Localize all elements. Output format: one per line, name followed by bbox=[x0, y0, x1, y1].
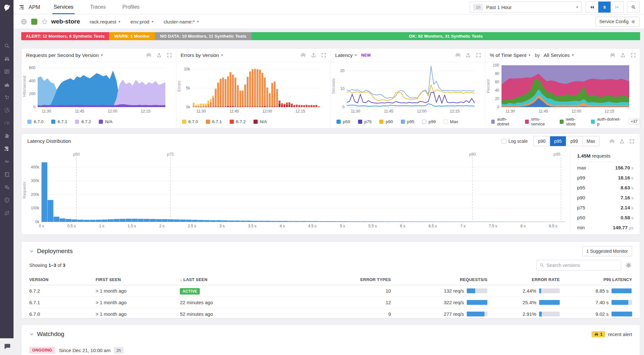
create-monitor-icon[interactable] bbox=[609, 139, 615, 144]
percentile-button-p90[interactable]: p90 bbox=[534, 136, 550, 146]
legend-item[interactable]: 6.7.1 bbox=[51, 119, 67, 124]
expand-icon[interactable] bbox=[629, 139, 635, 144]
expand-icon[interactable] bbox=[321, 52, 327, 58]
sidebar-item-notebooks[interactable] bbox=[0, 168, 14, 181]
time-forward-button[interactable] bbox=[611, 2, 623, 13]
sidebar-item-search[interactable] bbox=[0, 39, 14, 52]
percentile-button-p99[interactable]: p99 bbox=[566, 136, 582, 146]
legend-item[interactable]: 6.7.2 bbox=[230, 119, 246, 124]
legend-item[interactable]: p50 bbox=[336, 119, 350, 124]
time-backward-button[interactable] bbox=[586, 2, 598, 13]
sidebar-item-events[interactable] bbox=[0, 65, 14, 78]
create-monitor-icon[interactable] bbox=[455, 52, 461, 58]
column-header[interactable]: ERROR RATE bbox=[487, 274, 560, 285]
deployment-row[interactable]: 6.7.1> 1 month ago22 minutes ago12322 re… bbox=[29, 297, 632, 308]
table-settings-gear-icon[interactable] bbox=[625, 262, 632, 269]
column-header[interactable]: VERSION bbox=[29, 274, 96, 285]
legend-item[interactable]: 6.7.1 bbox=[206, 119, 222, 124]
deployment-row[interactable]: 6.7.0> 1 month ago52 minutes ago9277 req… bbox=[29, 308, 632, 320]
deployment-row[interactable]: 6.7.2> 1 month agoACTIVE10132 req/s2.44%… bbox=[29, 285, 632, 297]
time-range-selector[interactable]: 1h Past 1 Hour ▾ bbox=[470, 2, 582, 13]
export-icon[interactable] bbox=[156, 52, 162, 58]
tab-profiles[interactable]: Profiles bbox=[121, 0, 141, 14]
sidebar-item-synthetics[interactable] bbox=[0, 206, 14, 219]
legend-item[interactable]: p99 bbox=[422, 119, 436, 124]
filter-dropdown-cluster-name[interactable]: cluster-name:*▾ bbox=[164, 19, 199, 24]
watchdog-alert-chip[interactable]: 1 bbox=[592, 331, 605, 337]
export-icon[interactable] bbox=[620, 52, 626, 58]
expand-icon[interactable] bbox=[167, 52, 172, 58]
monitor-status-bar[interactable]: ALERT: 12 Monitors, 6 Synthetic TestsWAR… bbox=[21, 32, 640, 40]
search-versions-input[interactable] bbox=[547, 263, 614, 268]
legend-item[interactable]: auth-dotnet-p bbox=[591, 117, 621, 126]
column-header[interactable]: ERROR TYPES bbox=[319, 274, 391, 285]
filter-dropdown-env[interactable]: env:prod▾ bbox=[131, 19, 153, 24]
suggested-monitor-button[interactable]: 1 Suggested Monitor bbox=[582, 246, 632, 256]
service-config-button[interactable]: Service Config bbox=[595, 17, 639, 27]
legend-item[interactable]: web-store bbox=[560, 117, 583, 126]
datadog-logo[interactable] bbox=[0, 0, 14, 15]
sidebar-item-infrastructure[interactable] bbox=[0, 91, 14, 104]
service-map-icon bbox=[4, 159, 10, 165]
watchdog-card: Watchdog 1 recent alert ONGOING Since De… bbox=[21, 324, 640, 355]
legend-item[interactable]: p95 bbox=[401, 119, 415, 124]
monitor-status-segment[interactable]: NO DATA: 10 Monitors, 11 Synthetic Tests bbox=[155, 32, 252, 40]
expand-icon[interactable] bbox=[476, 52, 481, 58]
export-icon[interactable] bbox=[619, 139, 625, 144]
expand-icon[interactable] bbox=[630, 52, 636, 58]
svg-text:p90: p90 bbox=[469, 152, 476, 157]
sidebar-item-service-map[interactable] bbox=[0, 155, 14, 168]
legend-item[interactable]: 6.7.2 bbox=[75, 119, 91, 124]
legend-item[interactable]: 6.7.0 bbox=[27, 119, 43, 124]
percentile-button-p95[interactable]: p95 bbox=[550, 136, 566, 146]
watchdog-alert-row[interactable]: ONGOING Since Dec 21, 10:00 am 2h bbox=[29, 347, 632, 354]
zoom-out-button[interactable] bbox=[627, 2, 639, 13]
column-header[interactable]: ↓ LAST SEEN bbox=[180, 274, 318, 285]
legend-item[interactable]: p75 bbox=[358, 119, 372, 124]
monitor-status-segment[interactable]: WARN: 1 Monitor bbox=[109, 32, 155, 40]
legend-item[interactable]: N/A bbox=[253, 119, 267, 124]
export-icon[interactable] bbox=[311, 52, 316, 58]
legend-item[interactable]: N/A bbox=[99, 119, 113, 124]
column-header[interactable]: P95 LATENCY bbox=[560, 274, 632, 285]
chart-title-dropdown[interactable]: Latency▾ bbox=[335, 52, 357, 58]
sidebar-item-monitors[interactable] bbox=[0, 104, 14, 116]
tab-services[interactable]: Services bbox=[52, 0, 75, 14]
sidebar-item-watchdog[interactable] bbox=[0, 52, 14, 65]
chart-title-dropdown[interactable]: Requests per Second by Version▾ bbox=[26, 52, 103, 58]
chart-title-dropdown[interactable]: % of Time Spent▾ bbox=[490, 52, 530, 58]
monitor-status-segment[interactable]: ALERT: 12 Monitors, 6 Synthetic Tests bbox=[21, 32, 109, 40]
sidebar-item-metrics[interactable] bbox=[0, 78, 14, 91]
favorite-star-icon[interactable] bbox=[41, 18, 48, 25]
export-icon[interactable] bbox=[465, 52, 471, 58]
chat-button[interactable] bbox=[3, 342, 12, 351]
percentile-button-max[interactable]: Max bbox=[583, 136, 599, 146]
sidebar-item-apm[interactable] bbox=[0, 142, 14, 155]
legend-item[interactable]: 6.7.0 bbox=[182, 119, 198, 124]
legend-more-chip[interactable]: +37 bbox=[629, 119, 640, 124]
svg-text:12:00: 12:00 bbox=[571, 109, 581, 114]
operation-dropdown[interactable]: rack.request▾ bbox=[90, 19, 120, 24]
create-monitor-icon[interactable] bbox=[300, 52, 306, 58]
sidebar-item-integrations[interactable] bbox=[0, 129, 14, 142]
legend-item[interactable]: auth-dotnet bbox=[491, 117, 517, 126]
create-monitor-icon[interactable] bbox=[146, 52, 152, 58]
chart-title-dropdown[interactable]: Errors by Version▾ bbox=[181, 52, 223, 58]
collapse-chevron-icon[interactable] bbox=[29, 332, 34, 337]
sidebar-item-logs[interactable] bbox=[0, 181, 14, 194]
legend-item[interactable]: sms-service bbox=[525, 117, 552, 126]
sidebar-item-security[interactable] bbox=[0, 194, 14, 206]
create-monitor-icon[interactable] bbox=[610, 52, 615, 58]
services-filter-dropdown[interactable]: All Services▾ bbox=[544, 52, 574, 58]
collapse-chevron-icon[interactable] bbox=[29, 249, 34, 254]
monitor-status-segment[interactable]: OK: 82 Monitors, 31 Synthetic Tests bbox=[252, 32, 640, 40]
column-header[interactable]: REQUESTS/S bbox=[391, 274, 487, 285]
pause-button[interactable] bbox=[598, 2, 611, 13]
legend-item[interactable]: p90 bbox=[379, 119, 393, 124]
tab-traces[interactable]: Traces bbox=[89, 0, 107, 14]
log-scale-checkbox[interactable] bbox=[501, 139, 506, 144]
column-header[interactable]: FIRST SEEN bbox=[96, 274, 180, 285]
svg-text:300k: 300k bbox=[31, 178, 40, 183]
legend-item[interactable]: Max bbox=[444, 119, 458, 124]
sidebar-item-dashboards[interactable] bbox=[0, 116, 14, 129]
